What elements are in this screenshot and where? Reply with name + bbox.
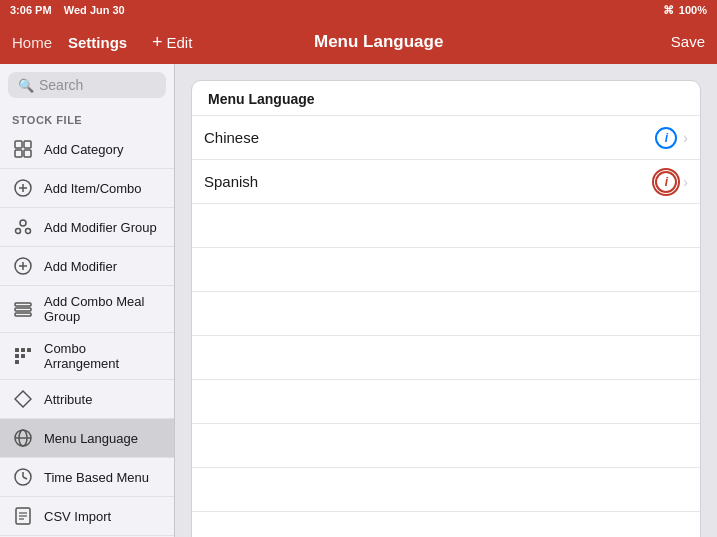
svg-rect-3 <box>24 150 31 157</box>
chinese-chevron-icon: › <box>683 130 688 146</box>
spanish-chevron-icon: › <box>683 174 688 190</box>
add-modifier-group-icon <box>12 216 34 238</box>
empty-row-3 <box>192 292 700 336</box>
empty-row-6 <box>192 424 700 468</box>
sidebar-item-attribute[interactable]: Attribute <box>0 380 174 419</box>
attribute-icon <box>12 388 34 410</box>
menu-language-icon <box>12 427 34 449</box>
sidebar-item-combo-arrangement[interactable]: Combo Arrangement <box>0 333 174 380</box>
content-area: Menu Language Chinese i › Spanish i › <box>175 64 717 537</box>
sidebar-item-add-category[interactable]: Add Category <box>0 130 174 169</box>
add-modifier-group-label: Add Modifier Group <box>44 220 157 235</box>
nav-left: Home Settings <box>12 34 152 51</box>
svg-rect-19 <box>15 354 19 358</box>
add-item-combo-label: Add Item/Combo <box>44 181 142 196</box>
empty-row-8 <box>192 512 700 537</box>
menu-language-label: Menu Language <box>44 431 138 446</box>
status-bar: 3:06 PM Wed Jun 30 ⌘ 100% <box>0 0 717 20</box>
status-icons: ⌘ 100% <box>663 4 707 17</box>
search-icon: 🔍 <box>18 78 34 93</box>
sidebar: 🔍 Search STOCK FILE Add Category Add Ite… <box>0 64 175 537</box>
status-time: 3:06 PM Wed Jun 30 <box>10 4 125 16</box>
attribute-label: Attribute <box>44 392 92 407</box>
time-display: 3:06 PM <box>10 4 52 16</box>
menu-language-card: Menu Language Chinese i › Spanish i › <box>191 80 701 537</box>
add-modifier-icon <box>12 255 34 277</box>
combo-arrangement-label: Combo Arrangement <box>44 341 162 371</box>
search-box[interactable]: 🔍 Search <box>8 72 166 98</box>
svg-rect-20 <box>21 354 25 358</box>
svg-line-28 <box>23 477 27 479</box>
save-button[interactable]: Save <box>671 33 705 50</box>
chinese-language-name: Chinese <box>204 129 655 146</box>
main-layout: 🔍 Search STOCK FILE Add Category Add Ite… <box>0 64 717 537</box>
empty-row-2 <box>192 248 700 292</box>
add-combo-meal-group-label: Add Combo Meal Group <box>44 294 162 324</box>
empty-row-7 <box>192 468 700 512</box>
svg-rect-18 <box>27 348 31 352</box>
sidebar-item-csv-import[interactable]: CSV Import <box>0 497 174 536</box>
svg-rect-14 <box>15 308 31 311</box>
settings-button[interactable]: Settings <box>68 34 127 51</box>
svg-rect-13 <box>15 303 31 306</box>
sidebar-item-menu-language[interactable]: Menu Language <box>0 419 174 458</box>
svg-rect-17 <box>21 348 25 352</box>
svg-rect-15 <box>15 313 31 316</box>
stock-file-section-label: STOCK FILE <box>0 106 174 130</box>
svg-rect-16 <box>15 348 19 352</box>
spanish-language-name: Spanish <box>204 173 655 190</box>
csv-import-icon <box>12 505 34 527</box>
svg-rect-21 <box>15 360 19 364</box>
svg-point-7 <box>20 220 26 226</box>
empty-rows <box>192 204 700 537</box>
sidebar-item-add-modifier-group[interactable]: Add Modifier Group <box>0 208 174 247</box>
chinese-language-row[interactable]: Chinese i › <box>192 116 700 160</box>
chinese-info-button[interactable]: i <box>655 127 677 149</box>
edit-button[interactable]: Edit <box>167 34 193 51</box>
time-based-menu-label: Time Based Menu <box>44 470 149 485</box>
wifi-icon: ⌘ <box>663 4 674 17</box>
spanish-row-actions: i › <box>655 171 688 193</box>
add-combo-meal-group-icon <box>12 298 34 320</box>
sidebar-item-add-modifier[interactable]: Add Modifier <box>0 247 174 286</box>
sidebar-item-add-combo-meal-group[interactable]: Add Combo Meal Group <box>0 286 174 333</box>
time-based-menu-icon <box>12 466 34 488</box>
search-placeholder: Search <box>39 77 83 93</box>
sidebar-item-time-based-menu[interactable]: Time Based Menu <box>0 458 174 497</box>
add-icon[interactable]: + <box>152 32 163 53</box>
svg-marker-22 <box>15 391 31 407</box>
card-title: Menu Language <box>192 81 700 116</box>
battery-display: 100% <box>679 4 707 16</box>
svg-point-9 <box>26 229 31 234</box>
nav-right: Save <box>565 33 705 51</box>
add-category-label: Add Category <box>44 142 124 157</box>
add-modifier-label: Add Modifier <box>44 259 117 274</box>
csv-import-label: CSV Import <box>44 509 111 524</box>
empty-row-1 <box>192 204 700 248</box>
svg-rect-0 <box>15 141 22 148</box>
home-button[interactable]: Home <box>12 34 52 51</box>
empty-row-5 <box>192 380 700 424</box>
sidebar-item-add-item-combo[interactable]: Add Item/Combo <box>0 169 174 208</box>
empty-row-4 <box>192 336 700 380</box>
nav-bar: Home Settings + Edit Menu Language Save <box>0 20 717 64</box>
svg-rect-1 <box>24 141 31 148</box>
svg-rect-2 <box>15 150 22 157</box>
date-display: Wed Jun 30 <box>64 4 125 16</box>
add-item-combo-icon <box>12 177 34 199</box>
spanish-info-button[interactable]: i <box>655 171 677 193</box>
add-category-icon <box>12 138 34 160</box>
spanish-language-row[interactable]: Spanish i › <box>192 160 700 204</box>
chinese-row-actions: i › <box>655 127 688 149</box>
combo-arrangement-icon <box>12 345 34 367</box>
nav-title: Menu Language <box>192 32 565 52</box>
nav-edit-area: + Edit <box>152 32 192 53</box>
svg-point-8 <box>16 229 21 234</box>
